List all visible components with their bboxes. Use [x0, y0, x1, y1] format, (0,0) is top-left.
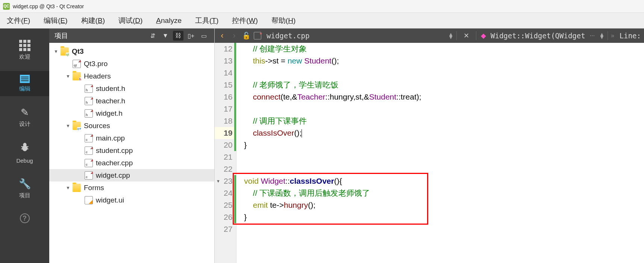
- line-number[interactable]: 12: [215, 43, 236, 55]
- tree-label: student.cpp: [96, 147, 133, 155]
- line-number[interactable]: 22: [215, 163, 236, 175]
- mode-edit[interactable]: 编辑: [0, 71, 49, 96]
- code-line[interactable]: connect(te,&Teacher::hungry,st,&Student:…: [244, 91, 644, 103]
- fold-icon[interactable]: ▼: [216, 175, 220, 187]
- line-number[interactable]: 23▼: [215, 175, 236, 187]
- tree-node-student.cpp[interactable]: +cstudent.cpp: [49, 144, 214, 157]
- code-line[interactable]: [244, 223, 644, 235]
- line-number[interactable]: 14: [215, 67, 236, 79]
- code-line[interactable]: [244, 67, 644, 79]
- tree-node-Sources[interactable]: ▼c+Sources: [49, 119, 214, 132]
- line-number[interactable]: 20: [215, 139, 236, 151]
- code-line[interactable]: [244, 103, 644, 115]
- sort-updown-icon[interactable]: ⇵: [147, 31, 158, 41]
- tree-node-widget.ui[interactable]: widget.ui: [49, 194, 214, 206]
- expand-icon[interactable]: »: [611, 32, 614, 39]
- mode-label: 欢迎: [19, 53, 30, 60]
- code-editor[interactable]: 121314151617181920212223▼24252627 // 创建学…: [215, 43, 644, 263]
- line-number[interactable]: 24: [215, 187, 236, 199]
- menu-item[interactable]: 帮助(H): [271, 16, 295, 26]
- link-icon[interactable]: ⛓: [173, 31, 183, 41]
- mode-wrench[interactable]: 🔧项目: [0, 174, 49, 203]
- tree-node-main.cpp[interactable]: +cmain.cpp: [49, 132, 214, 144]
- line-number[interactable]: 17: [215, 103, 236, 115]
- code-line[interactable]: classIsOver();: [244, 127, 644, 139]
- filter-icon[interactable]: ▼: [160, 31, 171, 41]
- tree-node-Qt3.pro[interactable]: +qtQt3.pro: [49, 57, 214, 70]
- project-tree[interactable]: ▼qtQt3+qtQt3.pro▼hHeaders+hstudent.h+hte…: [49, 43, 214, 263]
- tree-label: widget.ui: [96, 196, 124, 204]
- nav-back-icon[interactable]: ‹: [218, 31, 227, 41]
- code-line[interactable]: // 下课函数，调用后触发老师饿了: [244, 187, 644, 199]
- tree-node-Forms[interactable]: ▼Forms: [49, 181, 214, 194]
- menubar: 文件(F)编辑(E)构建(B)调试(D)Analyze工具(T)控件(W)帮助(…: [0, 13, 644, 29]
- tree-label: widget.h: [96, 109, 123, 118]
- code-line[interactable]: emit te->hungry();: [244, 199, 644, 211]
- code-line[interactable]: [244, 151, 644, 163]
- line-number[interactable]: 21: [215, 151, 236, 163]
- file-switcher-icon[interactable]: ▲▼: [448, 33, 453, 39]
- view-icon[interactable]: ▭: [199, 31, 209, 41]
- line-number[interactable]: 27: [215, 223, 236, 235]
- code-line[interactable]: }: [244, 139, 644, 151]
- source-area[interactable]: // 创建学生对象 this->st = new Student(); // 老…: [236, 43, 644, 263]
- folder-icon: c+: [73, 122, 81, 130]
- split-add-icon[interactable]: ▯+: [186, 31, 196, 41]
- editor-filename[interactable]: widget.cpp: [267, 32, 309, 40]
- line-number[interactable]: 18: [215, 115, 236, 127]
- line-number[interactable]: 16: [215, 91, 236, 103]
- file-icon: +qt: [73, 60, 81, 68]
- code-line[interactable]: // 老师饿了，学生请吃饭: [244, 79, 644, 91]
- tree-twisty-icon[interactable]: ▼: [65, 185, 71, 190]
- line-number[interactable]: 19: [215, 127, 236, 139]
- tree-node-student.h[interactable]: +hstudent.h: [49, 82, 214, 95]
- code-line[interactable]: // 创建学生对象: [244, 43, 644, 55]
- tree-twisty-icon[interactable]: ▼: [65, 123, 71, 128]
- tree-label: Forms: [84, 184, 104, 192]
- nav-fwd-icon[interactable]: ›: [230, 31, 239, 41]
- mode-label: 项目: [19, 192, 30, 199]
- mode-bug[interactable]: Debug: [0, 138, 49, 168]
- project-header: 项目 ⇵ ▼ ⛓ ▯+ ▭: [49, 29, 214, 43]
- code-line[interactable]: this->st = new Student();: [244, 55, 644, 67]
- mode-pencil[interactable]: ✎设计: [0, 103, 49, 132]
- lock-icon[interactable]: 🔓: [242, 32, 251, 40]
- main-area: 欢迎编辑✎设计Debug🔧项目? 项目 ⇵ ▼ ⛓ ▯+ ▭ ▼qtQt3+qt…: [0, 29, 644, 263]
- editor-symbol[interactable]: Widget::Widget(QWidget: [491, 32, 585, 40]
- line-label[interactable]: Line:: [620, 32, 641, 40]
- folder-icon: [73, 184, 81, 192]
- code-line[interactable]: }: [244, 211, 644, 223]
- tree-node-Qt3[interactable]: ▼qtQt3: [49, 45, 214, 57]
- editor-toolbar: ‹ › 🔓 + widget.cpp ▲▼ ✕ ◆ Widget::Widget…: [215, 29, 644, 43]
- menu-item[interactable]: 构建(B): [81, 16, 105, 26]
- mode-help[interactable]: ?: [0, 210, 49, 227]
- tree-node-teacher.cpp[interactable]: +cteacher.cpp: [49, 157, 214, 169]
- menu-item[interactable]: 文件(F): [7, 16, 30, 26]
- mode-grid[interactable]: 欢迎: [0, 36, 49, 64]
- line-gutter[interactable]: 121314151617181920212223▼24252627: [215, 43, 236, 263]
- close-editor-icon[interactable]: ✕: [464, 32, 469, 40]
- line-number[interactable]: 25: [215, 199, 236, 211]
- code-line[interactable]: [244, 163, 644, 175]
- line-number[interactable]: 13: [215, 55, 236, 67]
- tree-node-widget.h[interactable]: +hwidget.h: [49, 107, 214, 119]
- menu-item[interactable]: 编辑(E): [44, 16, 67, 26]
- svg-line-5: [26, 149, 28, 149]
- help-icon: ?: [20, 213, 30, 223]
- line-number[interactable]: 26: [215, 211, 236, 223]
- tree-node-Headers[interactable]: ▼hHeaders: [49, 70, 214, 82]
- tree-twisty-icon[interactable]: ▼: [65, 74, 71, 79]
- code-line[interactable]: void Widget::classIsOver(){: [244, 175, 644, 187]
- tree-twisty-icon[interactable]: ▼: [53, 49, 59, 54]
- code-line[interactable]: // 调用下课事件: [244, 115, 644, 127]
- tree-node-teacher.h[interactable]: +hteacher.h: [49, 95, 214, 107]
- symbol-switcher-icon[interactable]: ▲▼: [599, 33, 605, 39]
- menu-item[interactable]: 控件(W): [232, 16, 258, 26]
- tree-label: Qt3: [72, 47, 84, 56]
- line-number[interactable]: 15: [215, 79, 236, 91]
- tree-label: teacher.cpp: [96, 159, 133, 167]
- menu-item[interactable]: 工具(T): [195, 16, 218, 26]
- menu-item[interactable]: Analyze: [156, 17, 182, 25]
- tree-node-widget.cpp[interactable]: +cwidget.cpp: [49, 169, 214, 181]
- menu-item[interactable]: 调试(D): [118, 16, 142, 26]
